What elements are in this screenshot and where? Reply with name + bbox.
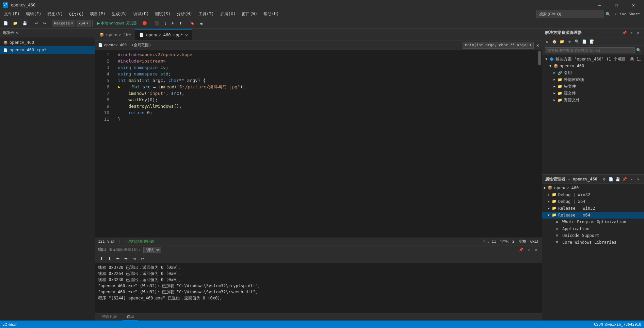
- sol-close-btn[interactable]: ✕: [635, 30, 641, 36]
- search-input[interactable]: [536, 11, 604, 18]
- close-button[interactable]: ✕: [626, 0, 641, 10]
- menu-file[interactable]: 文件(F): [1, 11, 22, 18]
- output-align-left-btn[interactable]: ⬅: [114, 255, 121, 262]
- sol-resources[interactable]: ▶ 📁 资源文件: [542, 97, 644, 103]
- sol-ext-deps[interactable]: ▶ 📁 外部依赖项: [542, 76, 644, 83]
- menu-debug[interactable]: 调试(D): [131, 11, 152, 18]
- tab-file[interactable]: 📄 opencv_460.cpp* ✕: [135, 29, 192, 40]
- menu-help[interactable]: 帮助(H): [261, 11, 282, 18]
- tab-errors[interactable]: 错误列表: [98, 313, 121, 321]
- output-up-btn[interactable]: ⬆: [98, 255, 105, 262]
- zoom-level[interactable]: 121 % 🔊: [98, 239, 114, 244]
- props-save-btn[interactable]: 💾: [615, 176, 621, 182]
- platform-dropdown[interactable]: x64 ▼: [76, 20, 91, 27]
- output-align-right-btn[interactable]: ➡: [123, 255, 129, 262]
- status-csdn: CSDN @weixin_73642918: [594, 322, 641, 327]
- menu-edit[interactable]: 编辑(E): [23, 11, 44, 18]
- toolbar-new[interactable]: 📄: [1, 20, 10, 27]
- toolbar-next-bookmark[interactable]: ⏭: [197, 20, 205, 27]
- prop-application[interactable]: ⚙ Application: [542, 225, 644, 232]
- menu-test[interactable]: 测试(S): [152, 11, 173, 18]
- output-down-btn[interactable]: ⬇: [106, 255, 113, 262]
- output-indent-btn[interactable]: ⇥: [131, 255, 138, 262]
- output-float-button[interactable]: ↗: [526, 247, 532, 253]
- prop-unicode[interactable]: ⚙ Unicode Support: [542, 232, 644, 239]
- no-issues-indicator[interactable]: ✓ 未找到相关问题: [125, 239, 155, 244]
- vertical-scrollbar[interactable]: [538, 50, 542, 238]
- props-file-btn[interactable]: 📄: [608, 176, 614, 182]
- toolbar-attach[interactable]: 🔴: [140, 20, 149, 27]
- sol-home-btn[interactable]: 🏠: [551, 38, 558, 45]
- sol-project[interactable]: ▼ 📦 opencv_460: [542, 63, 644, 69]
- output-close-button[interactable]: ✕: [533, 247, 539, 253]
- config-dropdown[interactable]: Release ▼: [52, 20, 75, 27]
- prop-project-root[interactable]: ▼ 📦 opencv_460: [542, 185, 644, 191]
- tab-project[interactable]: 📦 opencv_460: [95, 29, 135, 40]
- toolbar-step-over[interactable]: ⤵: [162, 20, 168, 27]
- platform-dropdown-arrow: ▼: [86, 22, 88, 25]
- sol-filter-btn[interactable]: 🔍: [574, 38, 580, 45]
- prop-release-x64[interactable]: ▼ 📁 Release | x64: [542, 212, 644, 219]
- solution-explorer-title: 解决方案资源管理器: [545, 30, 582, 36]
- output-header-left: 输出 显示输出来源(S): 调试: [98, 247, 161, 253]
- props-pin-btn[interactable]: 📌: [622, 176, 628, 182]
- toolbar-open[interactable]: 📁: [11, 20, 20, 27]
- tab-close-button[interactable]: ✕: [185, 32, 188, 38]
- sidebar-item-file[interactable]: 📄 opencv_460.cpp*: [0, 46, 95, 54]
- breadcrumb-close-btn[interactable]: ✕: [536, 42, 539, 48]
- sol-file-btn[interactable]: 📄: [581, 38, 588, 45]
- menu-git[interactable]: Git(G): [66, 11, 86, 17]
- minimize-button[interactable]: –: [592, 0, 607, 10]
- toolbar-bookmark[interactable]: 🔖: [188, 20, 197, 27]
- live-share-button[interactable]: ↗ Live Share: [611, 11, 643, 18]
- toolbar-breakpoints[interactable]: ⬛: [153, 20, 162, 27]
- sol-sources[interactable]: ▶ 📁 源文件: [542, 90, 644, 97]
- line-num-11: 11: [95, 116, 109, 122]
- props-float-btn[interactable]: ↗: [628, 176, 634, 182]
- menu-window[interactable]: 窗口(W): [239, 11, 260, 18]
- menu-build[interactable]: 生成(B): [109, 11, 130, 18]
- breadcrumb-file[interactable]: opencv_460: [104, 43, 127, 47]
- prop-debug-win32[interactable]: ▶ 📁 Debug | Win32: [542, 191, 644, 198]
- maximize-button[interactable]: □: [609, 0, 624, 10]
- menu-tools[interactable]: 工具(T): [196, 11, 217, 18]
- solution-search-input[interactable]: [545, 47, 635, 53]
- sol-sync-btn[interactable]: ↻: [544, 38, 550, 45]
- prop-core-win-libs[interactable]: ⚙ Core Windows Libraries: [542, 239, 644, 246]
- sol-references[interactable]: ▶ 🔗 引用: [542, 69, 644, 76]
- menu-analyze[interactable]: 分析(N): [174, 11, 195, 18]
- prop-release-win32[interactable]: ▶ 📁 Release | Win32: [542, 205, 644, 212]
- props-close-btn[interactable]: ✕: [635, 176, 641, 182]
- output-wrap-btn[interactable]: ↩: [139, 255, 146, 262]
- sol-arrow-refs: ▶: [552, 71, 557, 74]
- line-num-4: 4: [95, 71, 109, 77]
- props-settings-btn[interactable]: ⚙: [601, 176, 607, 182]
- toolbar-save[interactable]: 💾: [20, 20, 29, 27]
- menu-extensions[interactable]: 扩展(X): [218, 11, 239, 18]
- output-content[interactable]: 线程 0x3720 已退出，返回值为 0 (0x0)。 线程 0x2264 已退…: [95, 263, 542, 313]
- breadcrumb-scope[interactable]: (全局范围): [132, 42, 151, 48]
- status-source-control[interactable]: ⎇ main: [3, 322, 18, 327]
- sol-settings-btn[interactable]: ⚙: [566, 38, 573, 45]
- output-pin-button[interactable]: 📌: [518, 247, 524, 253]
- menu-project[interactable]: 项目(P): [87, 11, 108, 18]
- sol-folder-btn[interactable]: 📁: [559, 38, 565, 45]
- sol-solution-root[interactable]: ▼ 🔷 解决方案 'opencv_460' (1 个项目，共 1 个): [542, 56, 644, 63]
- prop-whole-prog-opt[interactable]: ⚙ Whole Program Optimization: [542, 219, 644, 225]
- toolbar-redo[interactable]: ↪: [41, 20, 48, 27]
- toolbar-step-out[interactable]: ⬆: [177, 20, 184, 27]
- menu-view[interactable]: 视图(V): [45, 11, 66, 18]
- sol-float-btn[interactable]: ↗: [628, 30, 634, 36]
- tab-output[interactable]: 输出: [123, 313, 138, 321]
- sol-pin-btn[interactable]: 📌: [622, 30, 628, 36]
- function-dropdown[interactable]: main(int argc, char ** argv) ▼: [463, 42, 533, 49]
- sol-new-file-btn[interactable]: 📝: [589, 38, 595, 45]
- code-content[interactable]: #include<opencv2/opencv.hpp> #include<io…: [112, 50, 538, 238]
- prop-debug-x64[interactable]: ▶ 📁 Debug | x64: [542, 198, 644, 205]
- toolbar-undo[interactable]: ↩: [33, 20, 40, 27]
- run-button[interactable]: ▶ 本地 Windows 调试器: [94, 20, 140, 27]
- sidebar-item-project[interactable]: 📦 opencv_460: [0, 39, 95, 46]
- output-source-select[interactable]: 调试: [143, 247, 161, 253]
- sol-headers[interactable]: ▶ 📁 头文件: [542, 83, 644, 90]
- toolbar-step-in[interactable]: ⬇: [169, 20, 176, 27]
